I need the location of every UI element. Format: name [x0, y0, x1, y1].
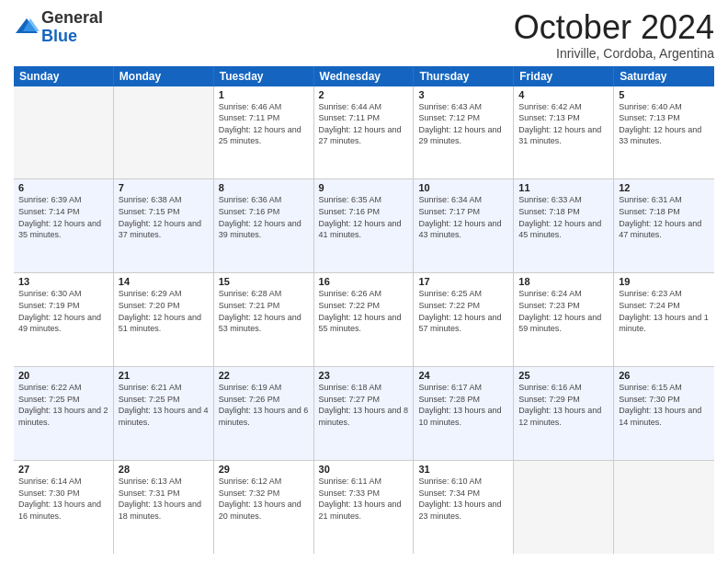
logo-icon: [14, 15, 40, 40]
day-number: 22: [219, 370, 309, 381]
calendar-header: SundayMondayTuesdayWednesdayThursdayFrid…: [14, 66, 714, 86]
calendar-cell: 21Sunrise: 6:21 AM Sunset: 7:25 PM Dayli…: [114, 367, 214, 460]
day-number: 11: [518, 182, 609, 193]
calendar-cell: 11Sunrise: 6:33 AM Sunset: 7:18 PM Dayli…: [514, 179, 614, 272]
day-info: Sunrise: 6:34 AM Sunset: 7:17 PM Dayligh…: [418, 194, 508, 240]
day-number: 25: [518, 370, 609, 381]
calendar-week-row: 27Sunrise: 6:14 AM Sunset: 7:30 PM Dayli…: [14, 461, 714, 554]
day-info: Sunrise: 6:17 AM Sunset: 7:28 PM Dayligh…: [418, 382, 508, 428]
day-number: 30: [319, 464, 409, 475]
day-number: 29: [219, 464, 309, 475]
calendar-body: 1Sunrise: 6:46 AM Sunset: 7:11 PM Daylig…: [14, 86, 714, 554]
day-number: 23: [319, 370, 409, 381]
day-number: 20: [18, 370, 108, 381]
day-info: Sunrise: 6:16 AM Sunset: 7:29 PM Dayligh…: [518, 382, 609, 428]
day-info: Sunrise: 6:33 AM Sunset: 7:18 PM Dayligh…: [518, 194, 609, 240]
day-info: Sunrise: 6:13 AM Sunset: 7:31 PM Dayligh…: [119, 476, 209, 522]
day-info: Sunrise: 6:14 AM Sunset: 7:30 PM Dayligh…: [18, 476, 108, 522]
day-info: Sunrise: 6:44 AM Sunset: 7:11 PM Dayligh…: [319, 101, 409, 147]
day-info: Sunrise: 6:31 AM Sunset: 7:18 PM Dayligh…: [619, 194, 710, 240]
day-number: 15: [219, 276, 309, 287]
day-info: Sunrise: 6:25 AM Sunset: 7:22 PM Dayligh…: [418, 288, 508, 334]
day-info: Sunrise: 6:26 AM Sunset: 7:22 PM Dayligh…: [319, 288, 409, 334]
month-title: October 2024: [514, 9, 714, 46]
calendar-cell: 6Sunrise: 6:39 AM Sunset: 7:14 PM Daylig…: [14, 179, 114, 272]
calendar-cell: [614, 461, 714, 554]
day-number: 4: [518, 89, 609, 100]
page: General Blue October 2024 Inriville, Cor…: [0, 0, 728, 563]
calendar-cell: 10Sunrise: 6:34 AM Sunset: 7:17 PM Dayli…: [414, 179, 514, 272]
day-number: 2: [319, 89, 409, 100]
calendar-cell: 13Sunrise: 6:30 AM Sunset: 7:19 PM Dayli…: [14, 273, 114, 366]
day-number: 3: [418, 89, 508, 100]
day-info: Sunrise: 6:19 AM Sunset: 7:26 PM Dayligh…: [219, 382, 309, 428]
day-info: Sunrise: 6:24 AM Sunset: 7:23 PM Dayligh…: [518, 288, 609, 334]
day-number: 12: [619, 182, 710, 193]
day-info: Sunrise: 6:42 AM Sunset: 7:13 PM Dayligh…: [518, 101, 609, 147]
day-info: Sunrise: 6:22 AM Sunset: 7:25 PM Dayligh…: [18, 382, 108, 428]
day-info: Sunrise: 6:38 AM Sunset: 7:15 PM Dayligh…: [119, 194, 209, 240]
day-number: 27: [18, 464, 108, 475]
day-number: 21: [119, 370, 209, 381]
weekday-header: Wednesday: [314, 66, 415, 86]
day-number: 16: [319, 276, 409, 287]
calendar-cell: 18Sunrise: 6:24 AM Sunset: 7:23 PM Dayli…: [514, 273, 614, 366]
logo-general: General: [41, 9, 103, 28]
calendar-cell: 29Sunrise: 6:12 AM Sunset: 7:32 PM Dayli…: [214, 461, 314, 554]
day-number: 24: [418, 370, 508, 381]
day-number: 13: [18, 276, 108, 287]
weekday-header: Monday: [114, 66, 214, 86]
calendar-cell: 22Sunrise: 6:19 AM Sunset: 7:26 PM Dayli…: [214, 367, 314, 460]
day-number: 8: [219, 182, 309, 193]
header: General Blue October 2024 Inriville, Cor…: [14, 9, 714, 61]
calendar-cell: 7Sunrise: 6:38 AM Sunset: 7:15 PM Daylig…: [114, 179, 214, 272]
calendar-week-row: 6Sunrise: 6:39 AM Sunset: 7:14 PM Daylig…: [14, 179, 714, 273]
day-info: Sunrise: 6:39 AM Sunset: 7:14 PM Dayligh…: [18, 194, 108, 240]
day-number: 6: [18, 182, 108, 193]
day-info: Sunrise: 6:46 AM Sunset: 7:11 PM Dayligh…: [219, 101, 309, 147]
day-info: Sunrise: 6:35 AM Sunset: 7:16 PM Dayligh…: [319, 194, 409, 240]
day-info: Sunrise: 6:12 AM Sunset: 7:32 PM Dayligh…: [219, 476, 309, 522]
day-number: 9: [319, 182, 409, 193]
calendar-cell: 27Sunrise: 6:14 AM Sunset: 7:30 PM Dayli…: [14, 461, 114, 554]
calendar-cell: 2Sunrise: 6:44 AM Sunset: 7:11 PM Daylig…: [314, 86, 415, 179]
day-info: Sunrise: 6:29 AM Sunset: 7:20 PM Dayligh…: [119, 288, 209, 334]
calendar-cell: 14Sunrise: 6:29 AM Sunset: 7:20 PM Dayli…: [114, 273, 214, 366]
day-info: Sunrise: 6:15 AM Sunset: 7:30 PM Dayligh…: [619, 382, 710, 428]
day-info: Sunrise: 6:36 AM Sunset: 7:16 PM Dayligh…: [219, 194, 309, 240]
calendar-cell: 24Sunrise: 6:17 AM Sunset: 7:28 PM Dayli…: [414, 367, 514, 460]
day-info: Sunrise: 6:23 AM Sunset: 7:24 PM Dayligh…: [619, 288, 710, 334]
calendar-cell: 9Sunrise: 6:35 AM Sunset: 7:16 PM Daylig…: [314, 179, 415, 272]
calendar-cell: 26Sunrise: 6:15 AM Sunset: 7:30 PM Dayli…: [614, 367, 714, 460]
calendar-cell: 19Sunrise: 6:23 AM Sunset: 7:24 PM Dayli…: [614, 273, 714, 366]
title-block: October 2024 Inriville, Cordoba, Argenti…: [514, 9, 714, 61]
location: Inriville, Cordoba, Argentina: [514, 46, 714, 61]
weekday-header: Thursday: [414, 66, 514, 86]
day-info: Sunrise: 6:40 AM Sunset: 7:13 PM Dayligh…: [619, 101, 710, 147]
calendar-cell: 28Sunrise: 6:13 AM Sunset: 7:31 PM Dayli…: [114, 461, 214, 554]
calendar-cell: 12Sunrise: 6:31 AM Sunset: 7:18 PM Dayli…: [614, 179, 714, 272]
calendar-cell: 8Sunrise: 6:36 AM Sunset: 7:16 PM Daylig…: [214, 179, 314, 272]
day-number: 17: [418, 276, 508, 287]
calendar-cell: 15Sunrise: 6:28 AM Sunset: 7:21 PM Dayli…: [214, 273, 314, 366]
day-info: Sunrise: 6:11 AM Sunset: 7:33 PM Dayligh…: [319, 476, 409, 522]
calendar-cell: [514, 461, 614, 554]
logo: General Blue: [14, 9, 103, 46]
day-number: 31: [418, 464, 508, 475]
day-info: Sunrise: 6:10 AM Sunset: 7:34 PM Dayligh…: [418, 476, 508, 522]
day-info: Sunrise: 6:21 AM Sunset: 7:25 PM Dayligh…: [119, 382, 209, 428]
calendar-cell: 25Sunrise: 6:16 AM Sunset: 7:29 PM Dayli…: [514, 367, 614, 460]
calendar-cell: 23Sunrise: 6:18 AM Sunset: 7:27 PM Dayli…: [314, 367, 415, 460]
day-info: Sunrise: 6:30 AM Sunset: 7:19 PM Dayligh…: [18, 288, 108, 334]
calendar-cell: 3Sunrise: 6:43 AM Sunset: 7:12 PM Daylig…: [414, 86, 514, 179]
calendar-cell: 16Sunrise: 6:26 AM Sunset: 7:22 PM Dayli…: [314, 273, 415, 366]
calendar-cell: 5Sunrise: 6:40 AM Sunset: 7:13 PM Daylig…: [614, 86, 714, 179]
calendar-week-row: 13Sunrise: 6:30 AM Sunset: 7:19 PM Dayli…: [14, 273, 714, 367]
weekday-header: Tuesday: [214, 66, 314, 86]
day-number: 14: [119, 276, 209, 287]
calendar-cell: 4Sunrise: 6:42 AM Sunset: 7:13 PM Daylig…: [514, 86, 614, 179]
calendar-cell: 1Sunrise: 6:46 AM Sunset: 7:11 PM Daylig…: [214, 86, 314, 179]
day-number: 26: [619, 370, 710, 381]
calendar-cell: 30Sunrise: 6:11 AM Sunset: 7:33 PM Dayli…: [314, 461, 415, 554]
weekday-header: Saturday: [614, 66, 714, 86]
